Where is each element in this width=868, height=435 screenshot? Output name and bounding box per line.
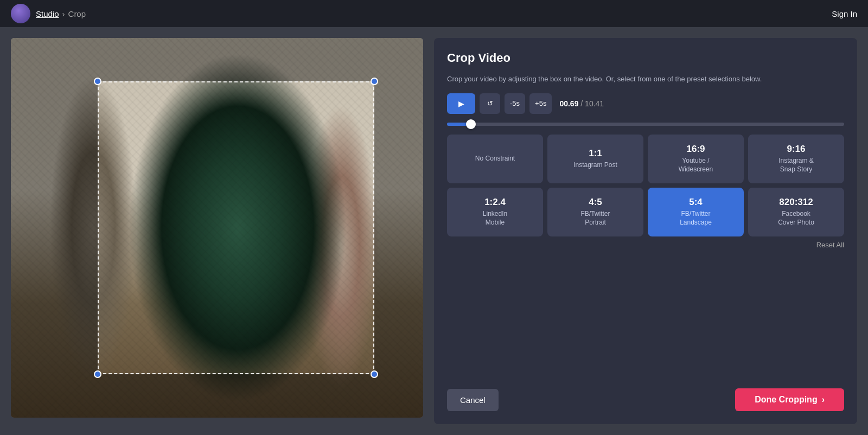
presets-grid: No Constraint 1:1 Instagram Post 16:9 Yo…	[447, 135, 844, 236]
signin-button[interactable]: Sign In	[832, 9, 857, 18]
done-cropping-label: Done Cropping	[755, 395, 818, 405]
crop-handle-top-right[interactable]	[371, 78, 378, 85]
timecode-display: 00.69 / 10.41	[559, 99, 604, 108]
panel-description: Crop your video by adjusting the box on …	[447, 74, 844, 85]
preset-no-constraint-label: No Constraint	[475, 155, 515, 163]
crop-overlay-right	[374, 81, 423, 374]
cancel-button[interactable]: Cancel	[447, 389, 499, 411]
crop-handle-bottom-left[interactable]	[94, 370, 101, 378]
crop-handle-bottom-right[interactable]	[371, 370, 378, 378]
preset-820-312[interactable]: 820:312 FacebookCover Photo	[748, 188, 844, 236]
play-icon: ▶	[458, 99, 464, 108]
preset-820-312-ratio: 820:312	[779, 197, 813, 208]
preset-5-4-ratio: 5:4	[689, 197, 703, 208]
skip-back-button[interactable]: -5s	[505, 93, 525, 114]
scrubber-thumb[interactable]	[466, 119, 476, 129]
scrubber-track[interactable]	[447, 123, 844, 126]
playback-controls: ▶ ↺ -5s +5s 00.69 / 10.41	[447, 93, 844, 114]
preset-4-5-name: FB/TwitterPortrait	[580, 210, 610, 227]
breadcrumb-page: Crop	[68, 9, 86, 18]
preset-1-1-ratio: 1:1	[589, 148, 602, 159]
bottom-row: Cancel Done Cropping ›	[447, 388, 844, 411]
preset-no-constraint[interactable]: No Constraint	[447, 135, 543, 183]
preset-1-1-name: Instagram Post	[573, 161, 617, 170]
preset-9-16[interactable]: 9:16 Instagram &Snap Story	[748, 135, 844, 183]
preset-9-16-ratio: 9:16	[787, 144, 805, 155]
breadcrumb: Studio › Crop	[36, 9, 86, 18]
preset-4-5-ratio: 4:5	[589, 197, 602, 208]
reset-icon: ↺	[487, 99, 493, 107]
crop-handle-top-left[interactable]	[94, 78, 101, 85]
preset-820-312-name: FacebookCover Photo	[778, 210, 814, 227]
topnav-left: Studio › Crop	[11, 4, 86, 23]
reset-all-button[interactable]: Reset All	[816, 241, 844, 249]
top-navigation: Studio › Crop Sign In	[0, 0, 868, 27]
done-cropping-button[interactable]: Done Cropping ›	[735, 388, 844, 411]
reset-row: Reset All	[447, 241, 844, 249]
preset-16-9[interactable]: 16:9 Youtube /Widescreen	[648, 135, 744, 183]
skip-forward-button[interactable]: +5s	[529, 93, 552, 114]
reset-button[interactable]: ↺	[480, 93, 500, 114]
timecode-current: 00.69	[559, 99, 578, 108]
preset-9-16-name: Instagram &Snap Story	[778, 157, 814, 174]
preset-1-2-4-ratio: 1:2.4	[484, 197, 506, 208]
panel-title: Crop Video	[447, 51, 844, 65]
preset-1-2-4-name: LinkedInMobile	[483, 210, 507, 227]
preset-16-9-name: Youtube /Widescreen	[679, 157, 713, 174]
avatar[interactable]	[11, 4, 30, 23]
crop-overlay-top	[11, 38, 423, 81]
preset-1-1[interactable]: 1:1 Instagram Post	[547, 135, 643, 183]
preset-4-5[interactable]: 4:5 FB/TwitterPortrait	[547, 188, 643, 236]
play-button[interactable]: ▶	[447, 93, 475, 114]
breadcrumb-separator: ›	[62, 9, 65, 18]
preset-16-9-ratio: 16:9	[686, 144, 705, 155]
breadcrumb-studio[interactable]: Studio	[36, 9, 59, 18]
crop-overlay-left	[11, 81, 98, 374]
right-panel: Crop Video Crop your video by adjusting …	[434, 38, 857, 424]
main-content: Crop Video Crop your video by adjusting …	[0, 27, 868, 435]
preset-5-4[interactable]: 5:4 FB/TwitterLandscape	[648, 188, 744, 236]
timecode-separator: /	[580, 99, 585, 108]
video-area	[11, 38, 423, 418]
preset-5-4-name: FB/TwitterLandscape	[680, 210, 712, 227]
preset-1-2-4[interactable]: 1:2.4 LinkedInMobile	[447, 188, 543, 236]
done-arrow-icon: ›	[822, 395, 825, 405]
timecode-total: 10.41	[585, 99, 604, 108]
crop-overlay-bottom	[11, 374, 423, 418]
scrubber-row	[447, 123, 844, 126]
